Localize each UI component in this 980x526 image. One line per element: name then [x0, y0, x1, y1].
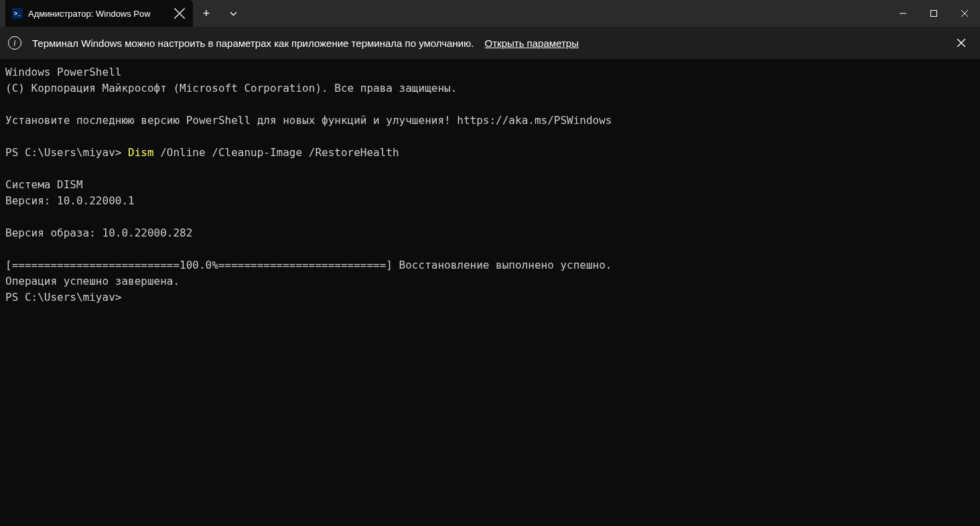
terminal-line: Cистема DISM — [5, 178, 83, 191]
terminal-line: Версия образа: 10.0.22000.282 — [5, 226, 192, 239]
maximize-button[interactable] — [918, 0, 949, 27]
info-message: Терминал Windows можно настроить в парам… — [32, 38, 474, 49]
window-controls — [888, 0, 980, 27]
close-tab-button[interactable] — [174, 8, 185, 19]
tab-dropdown-button[interactable] — [220, 0, 247, 27]
terminal-line: Операция успешно завершена. — [5, 275, 180, 287]
new-tab-button[interactable]: + — [193, 0, 220, 27]
tab-title: Администратор: Windows Pow — [28, 9, 169, 19]
tab-controls: + — [193, 0, 247, 27]
close-window-button[interactable] — [949, 0, 980, 27]
terminal-command: Dism — [128, 146, 154, 159]
close-infobar-button[interactable] — [951, 32, 972, 54]
terminal-command-args: /Online /Cleanup-Image /RestoreHealth — [154, 146, 399, 159]
terminal-prompt: PS C:\Users\miyav> — [5, 291, 121, 304]
terminal-prompt: PS C:\Users\miyav> — [5, 146, 128, 159]
info-icon: i — [8, 36, 21, 50]
info-bar: i Терминал Windows можно настроить в пар… — [0, 27, 980, 59]
terminal-line: [==========================100.0%=======… — [5, 259, 612, 271]
terminal-tab[interactable]: >_ Администратор: Windows Pow — [5, 0, 193, 27]
open-settings-link[interactable]: Открыть параметры — [485, 38, 579, 49]
terminal-output[interactable]: Windows PowerShell (C) Корпорация Майкро… — [0, 59, 980, 526]
terminal-line: Windows PowerShell — [5, 66, 121, 78]
minimize-button[interactable] — [888, 0, 918, 27]
svg-rect-3 — [931, 11, 937, 17]
terminal-line: (C) Корпорация Майкрософт (Microsoft Cor… — [5, 82, 457, 94]
terminal-line: Установите последнюю версию PowerShell д… — [5, 114, 612, 127]
terminal-line: Версия: 10.0.22000.1 — [5, 194, 135, 207]
window-titlebar: >_ Администратор: Windows Pow + — [0, 0, 980, 27]
powershell-icon: >_ — [12, 8, 23, 19]
